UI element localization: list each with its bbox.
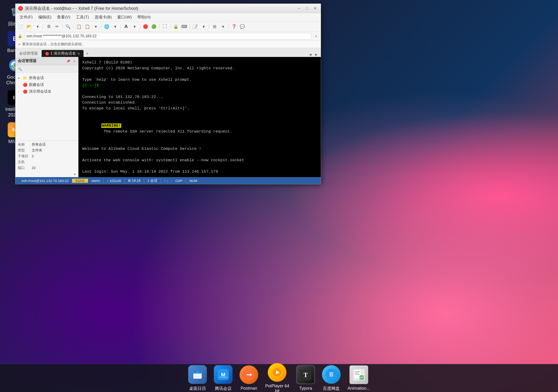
taskbar-item-typora[interactable]: T Typora [296,365,315,391]
menu-file[interactable]: 文件(F) [17,14,35,21]
status-encoding: xterm [88,179,104,183]
menu-tab[interactable]: 选项卡(B) [92,14,114,21]
terminal-line-17: Last login: Sun May 1 18:18:19 2022 from… [82,169,317,175]
tab-scroll-right-btn[interactable]: ▶ [314,52,319,57]
close-button[interactable]: ✕ [312,5,318,11]
toolbar-sep-5 [121,24,121,29]
taskbar-item-desktop-calendar[interactable]: 桌面日历 [188,365,207,391]
address-dropdown-icon[interactable]: ▾ [313,34,318,39]
toolbar-expand-btn[interactable]: ⛶ [161,23,169,30]
terminal-line-9: To escape to local shell, press 'Ctrl+Al… [82,106,317,111]
toolbar-sep-4 [101,24,101,29]
terminal[interactable]: Xshell 7 (Build 0108) Copyright (c) 2020… [78,57,321,177]
taskbar-item-animation[interactable]: GIF Animation... [348,365,370,391]
toolbar-paste-btn[interactable]: 📋 [83,23,91,30]
menu-tools[interactable]: 工具(T) [74,14,91,21]
svg-text:GIF: GIF [359,376,364,379]
tree-item-demo-session[interactable]: 🔴 演示用会话名 [15,88,78,95]
prop-key-count: 子项目 [18,154,32,158]
terminal-line-13: Welcome to Alibaba Cloud Elastic Compute… [82,146,317,152]
toolbar-help-btn[interactable]: ❓ [230,23,238,30]
toolbar-new-btn[interactable]: 📄 [17,23,25,30]
tab-scroll-left-btn[interactable]: ◀ [308,52,313,57]
potplayer-label: PotPlayer 64 bit [265,383,289,392]
toolbar-font-down-btn[interactable]: ▾ [131,23,139,30]
tab-close-btn[interactable]: ✕ [77,52,80,56]
tree-root-label: 所有会话 [29,76,44,80]
session-panel-pin-icon: 📌 [66,59,70,63]
menu-edit[interactable]: 编辑(E) [36,14,54,21]
postman-icon [240,365,258,384]
tab-label: 1 演示用会话名 [51,51,76,56]
toolbar-layout-btn[interactable]: ⊞ [211,23,218,30]
desktop-calendar-label: 桌面日历 [189,386,206,391]
menu-window[interactable]: 窗口(W) [115,14,134,21]
toolbar-keyboard-btn[interactable]: ⌨ [180,23,188,30]
tree-item-new-session[interactable]: 🔴 新建会话 [15,81,78,88]
session-panel: 会话管理器 📌 ✕ 🔍 ▾ 📁 所有会话 🔴 新建会话 🔴 [15,57,78,177]
terminal-line-18: [root@luo ~]# [82,175,317,177]
tree-demo-session-icon: 🔴 [23,89,27,94]
tree-new-session-icon: 🔴 [23,83,27,87]
toolbar-down2-btn[interactable]: ▾ [92,23,100,30]
prop-val-port: 22 [32,166,36,170]
toolbar-down3-btn[interactable]: ▾ [200,23,208,30]
session-panel-toggle-btn[interactable]: 会话管理器 [17,50,40,57]
tab-add-btn[interactable]: + [84,51,91,57]
terminal-line-5: [C:\~]$ [82,83,317,89]
taskbar-item-potplayer[interactable]: PotPlayer 64 bit [265,363,289,392]
tree-item-root[interactable]: ▾ 📁 所有会话 [15,75,78,81]
toolbar-red-btn[interactable]: 🔴 [141,23,149,30]
info-text: 要添加当前会话，点击左侧的箭头按钮。 [22,42,85,46]
toolbar-sessions-btn[interactable]: 🖥 [44,23,52,30]
toolbar-lock-btn[interactable]: 🔒 [172,23,180,30]
toolbar-sep-3 [73,24,74,29]
session-tree: ▾ 📁 所有会话 🔴 新建会话 🔴 演示用会话名 [15,73,78,140]
toolbar-script-btn[interactable]: 📝 [191,23,199,30]
terminal-warning-label: WARNING! [101,123,122,128]
window-controls: ─ □ ✕ [296,5,318,11]
minimize-button[interactable]: ─ [296,5,302,11]
menu-help[interactable]: 帮助(H) [135,14,153,21]
terminal-line-16 [82,163,317,169]
address-bar: 🔒 ▾ [15,32,321,41]
menu-view[interactable]: 查看(V) [55,14,73,21]
terminal-prompt-1: [C:\~]$ [82,83,99,88]
taskbar-item-baidu-pan[interactable]: 百 百度网盘 [322,365,341,391]
info-icon: ➤ [18,42,21,46]
toolbar-chat-btn[interactable]: 💬 [238,23,246,30]
animation-icon: GIF [349,365,368,384]
toolbar-sep-6 [140,24,140,29]
maximize-button[interactable]: □ [304,5,310,11]
toolbar-font-btn[interactable]: A [122,23,130,30]
prop-row-count: 子项目 2 [15,153,78,159]
toolbar-sep-8 [170,24,170,29]
scroll-down-icon[interactable]: ▼ [73,173,76,176]
prop-key-port: 端口 [18,166,32,170]
toolbar-down-btn[interactable]: ▾ [34,23,42,30]
toolbar-globe-btn[interactable]: 🌐 [103,23,111,30]
toolbar-open-btn[interactable]: 📂 [25,23,33,30]
tencent-meeting-icon: M [214,365,233,384]
toolbar-down4-btn[interactable]: ▾ [219,23,227,30]
taskbar-item-postman[interactable]: Postman [240,365,258,391]
session-panel-close-icon[interactable]: ✕ [73,59,76,63]
toolbar-search-btn[interactable]: 🔍 [64,23,72,30]
svg-rect-7 [193,373,202,374]
prop-key-type: 类型 [18,148,32,153]
toolbar-globe-down-btn[interactable]: ▾ [111,23,119,30]
info-bar: ➤ 要添加当前会话，点击左侧的箭头按钮。 [15,41,321,48]
toolbar-copy-btn[interactable]: 📋 [75,23,83,30]
toolbar-green-btn[interactable]: 🟢 [150,23,158,30]
session-search-icon[interactable]: 🔍 [17,67,22,72]
svg-rect-23 [355,371,360,372]
toolbar-sep-2 [62,24,62,29]
toolbar-sep-7 [159,24,159,29]
toolbar-edit-btn[interactable]: ✏ [53,23,61,30]
taskbar-item-tencent-meeting[interactable]: M 腾讯会议 [214,365,233,391]
terminal-line-1: Xshell 7 (Build 0108) [82,60,317,66]
tab-icon: 🔴 [45,52,49,56]
tab-active[interactable]: 🔴 1 演示用会话名 ✕ [42,50,84,57]
address-input[interactable] [24,33,312,39]
main-content: 会话管理器 📌 ✕ 🔍 ▾ 📁 所有会话 🔴 新建会话 🔴 [15,57,321,177]
